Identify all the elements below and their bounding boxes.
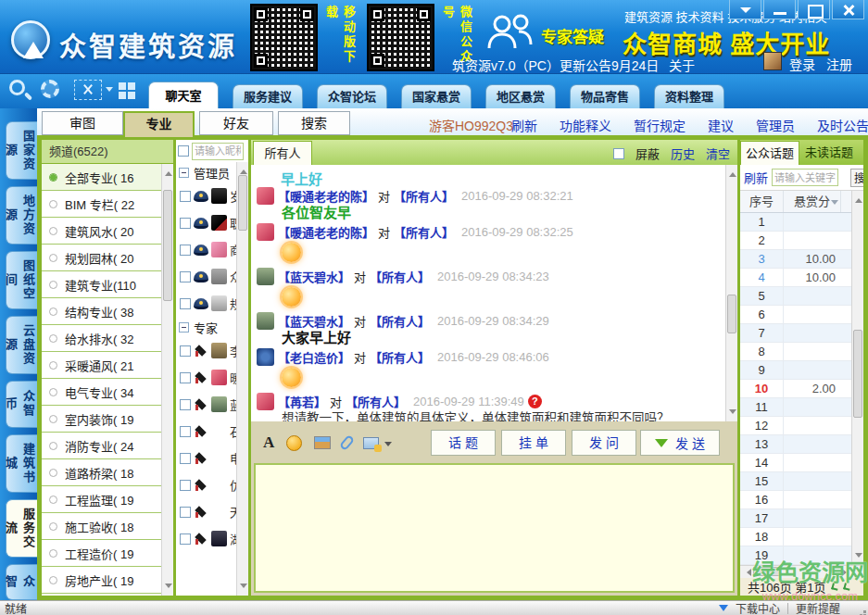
topic-row[interactable]: 3 10.00 [740, 250, 852, 269]
member-checkbox[interactable] [180, 453, 191, 464]
topic-row[interactable]: 13 [740, 435, 852, 454]
radio-icon[interactable] [49, 254, 57, 262]
quick-link[interactable]: 功能释义 [560, 116, 611, 134]
font-icon[interactable]: A [263, 433, 274, 452]
recipient-name[interactable]: 【所有人】 [370, 312, 430, 330]
channel-item[interactable]: 规划园林( 20 [42, 245, 173, 271]
settings-gear-icon[interactable] [41, 80, 59, 98]
resize-grip[interactable] [863, 610, 866, 613]
main-tab[interactable]: 资料整理 [654, 84, 724, 108]
member-checkbox[interactable] [180, 271, 191, 282]
message-input-area[interactable] [254, 463, 735, 593]
topic-row[interactable]: 12 [740, 417, 852, 435]
screenshot-scissors-icon[interactable] [74, 80, 102, 100]
member-checkbox[interactable] [180, 191, 191, 202]
tab-search[interactable]: 搜索 [278, 111, 350, 135]
tab-review[interactable]: 审图 [42, 111, 123, 135]
sender-avatar[interactable] [257, 312, 274, 330]
sender-avatar[interactable] [257, 187, 274, 205]
topic-row[interactable]: 1 [740, 213, 852, 232]
channel-item[interactable]: 消防专业( 24 [42, 433, 173, 459]
sidebar-item[interactable]: 云盘资源 [6, 316, 37, 374]
login-link[interactable]: 登录 [789, 55, 815, 73]
send-options-icon[interactable] [655, 439, 668, 454]
tab-profession[interactable]: 专业 [123, 111, 195, 137]
topic-row[interactable]: 10 2.00 [740, 380, 852, 398]
topic-row[interactable]: 16 [740, 491, 852, 509]
channel-item[interactable]: 工程监理( 19 [42, 486, 173, 513]
download-center-link[interactable]: 下载中心 [736, 600, 780, 615]
nickname-search-input[interactable] [192, 143, 244, 160]
topic-scrollbar[interactable] [851, 191, 863, 565]
sidebar-item[interactable]: 地方资源 [6, 186, 37, 245]
sidebar-item[interactable]: 众智 [6, 564, 37, 600]
close-button[interactable] [832, 0, 864, 19]
main-tab[interactable]: 地区悬赏 [485, 84, 556, 108]
radio-icon[interactable] [49, 200, 57, 208]
update-notice[interactable]: 筑资源v7.0（PC）更新公告9月24日 [452, 56, 659, 74]
collapse-icon[interactable] [179, 322, 189, 333]
channel-item[interactable]: 道路桥梁( 18 [42, 459, 173, 486]
channel-scrollbar[interactable] [161, 164, 173, 596]
main-tab[interactable]: 服务建议 [233, 84, 303, 108]
radio-icon[interactable] [49, 442, 57, 450]
search-icon[interactable] [9, 80, 25, 95]
recipient-name[interactable]: 【所有人】 [370, 348, 430, 366]
topic-row[interactable]: 7 [740, 324, 852, 343]
keyword-search-input[interactable] [772, 169, 838, 186]
sort-icon[interactable] [831, 200, 838, 208]
topic-row[interactable]: 11 [740, 398, 852, 417]
radio-icon[interactable] [49, 576, 57, 584]
channel-item[interactable]: 建筑风水( 20 [42, 218, 173, 245]
radio-icon[interactable] [49, 522, 57, 531]
sender-avatar[interactable] [257, 268, 274, 285]
sidebar-item[interactable]: 服务交流 [6, 499, 37, 558]
channel-item[interactable]: 全部专业( 16 [42, 164, 173, 191]
capture-dropdown-icon[interactable] [384, 442, 392, 450]
member-checkbox[interactable] [180, 372, 191, 383]
topic-row[interactable]: 6 [740, 306, 852, 324]
member-checkbox[interactable] [180, 399, 191, 410]
pager-arrow-icon[interactable] [843, 583, 851, 591]
topic-row[interactable]: 9 [740, 361, 852, 380]
select-all-checkbox[interactable] [178, 145, 189, 157]
channel-item[interactable]: 建筑专业(110 [42, 271, 173, 298]
update-reminder-link[interactable]: 更新提醒 [796, 600, 840, 615]
attachment-icon[interactable] [339, 434, 355, 451]
image-icon[interactable] [314, 436, 331, 449]
quick-link[interactable]: 及时公告 [817, 116, 868, 134]
member-scrollbar[interactable] [236, 162, 248, 596]
window-menu-button[interactable] [729, 0, 761, 19]
topic-tab[interactable]: 未读话题 [799, 141, 859, 165]
quick-link[interactable]: 建议 [708, 116, 734, 134]
quick-link[interactable]: 管理员 [756, 116, 795, 134]
topic-row[interactable]: 5 [740, 287, 852, 306]
radio-icon[interactable] [49, 227, 57, 235]
channel-item[interactable]: 给水排水( 32 [42, 325, 173, 352]
quick-link[interactable]: 暂行规定 [634, 116, 686, 134]
member-checkbox[interactable] [180, 480, 191, 491]
sidebar-item[interactable]: 众智币 [6, 381, 37, 428]
radio-icon[interactable] [49, 281, 57, 289]
topic-row[interactable]: 15 [740, 472, 852, 491]
recipient-name[interactable]: 【所有人】 [394, 187, 454, 205]
radio-icon[interactable] [49, 308, 57, 316]
channel-item[interactable]: 工程造价( 19 [42, 540, 173, 567]
sender-name[interactable]: 【苒若】 [278, 393, 326, 410]
minimize-button[interactable] [763, 0, 796, 19]
channel-item[interactable]: 室内装饰( 19 [42, 406, 173, 433]
main-tab[interactable]: 众智论坛 [317, 84, 387, 108]
column-score[interactable]: 悬赏分 [784, 191, 841, 212]
radio-icon[interactable] [49, 415, 57, 423]
column-seq[interactable]: 序号 [740, 191, 784, 212]
sidebar-item[interactable]: 建筑书城 [6, 434, 37, 493]
about-link[interactable]: 关于 [669, 56, 695, 74]
sender-name[interactable]: 【老白造价】 [278, 348, 350, 366]
channel-item[interactable]: 房地产业( 19 [42, 567, 173, 594]
topic-horizontal-scrollbar[interactable] [740, 565, 863, 578]
channel-item[interactable]: 电气专业( 34 [42, 379, 173, 406]
radio-icon[interactable] [49, 173, 57, 182]
member-checkbox[interactable] [180, 298, 191, 309]
screen-capture-icon[interactable] [363, 437, 379, 449]
apps-grid-icon[interactable] [119, 82, 126, 90]
